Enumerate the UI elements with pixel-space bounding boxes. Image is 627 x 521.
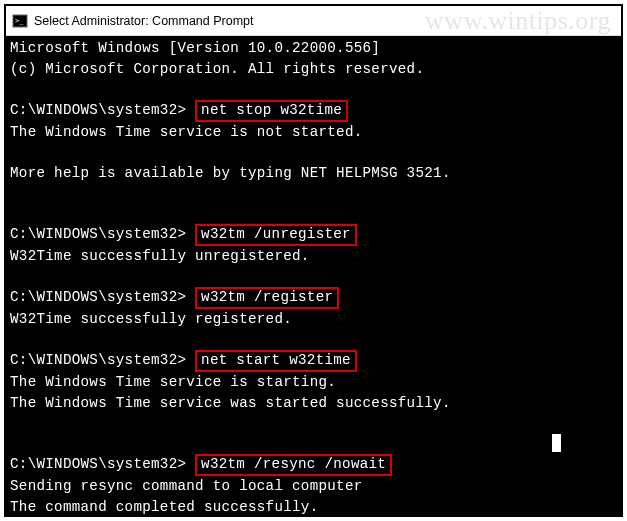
terminal-blank [10,413,617,434]
highlighted-command: w32tm /resync /nowait [195,454,392,476]
terminal-line: More help is available by typing NET HEL… [10,163,617,184]
prompt: C:\WINDOWS\system32> [10,226,195,242]
terminal-line: The Windows Time service was started suc… [10,393,617,414]
prompt: C:\WINDOWS\system32> [10,289,195,305]
terminal-output[interactable]: Microsoft Windows [Version 10.0.22000.55… [6,36,621,515]
prompt: C:\WINDOWS\system32> [10,352,195,368]
terminal-blank [10,204,617,225]
titlebar[interactable]: >_ Select Administrator: Command Prompt [6,6,621,36]
terminal-command-line: C:\WINDOWS\system32> net stop w32time [10,100,617,122]
terminal-line: Sending resync command to local computer [10,476,617,497]
highlighted-command: w32tm /unregister [195,224,357,246]
terminal-command-line: C:\WINDOWS\system32> w32tm /unregister [10,224,617,246]
command-prompt-window: >_ Select Administrator: Command Prompt … [4,4,623,517]
terminal-line: (c) Microsoft Corporation. All rights re… [10,59,617,80]
terminal-line: W32Time successfully unregistered. [10,246,617,267]
text-cursor [552,434,561,452]
terminal-blank [10,183,617,204]
prompt: C:\WINDOWS\system32> [10,102,195,118]
terminal-line: W32Time successfully registered. [10,309,617,330]
terminal-command-line: C:\WINDOWS\system32> w32tm /resync /nowa… [10,454,617,476]
terminal-line: Microsoft Windows [Version 10.0.22000.55… [10,38,617,59]
terminal-line: The Windows Time service is not started. [10,122,617,143]
terminal-blank [10,79,617,100]
window-title: Select Administrator: Command Prompt [34,14,254,28]
terminal-blank [10,267,617,288]
highlighted-command: net stop w32time [195,100,348,122]
highlighted-command: net start w32time [195,350,357,372]
terminal-line: The Windows Time service is starting. [10,372,617,393]
highlighted-command: w32tm /register [195,287,339,309]
terminal-blank [10,517,617,521]
terminal-blank [10,142,617,163]
svg-text:>_: >_ [15,17,24,25]
cmd-icon: >_ [12,13,28,29]
terminal-command-line: C:\WINDOWS\system32> net start w32time [10,350,617,372]
terminal-line: The command completed successfully. [10,497,617,518]
prompt: C:\WINDOWS\system32> [10,456,195,472]
terminal-blank [10,434,617,455]
terminal-command-line: C:\WINDOWS\system32> w32tm /register [10,287,617,309]
terminal-blank [10,330,617,351]
